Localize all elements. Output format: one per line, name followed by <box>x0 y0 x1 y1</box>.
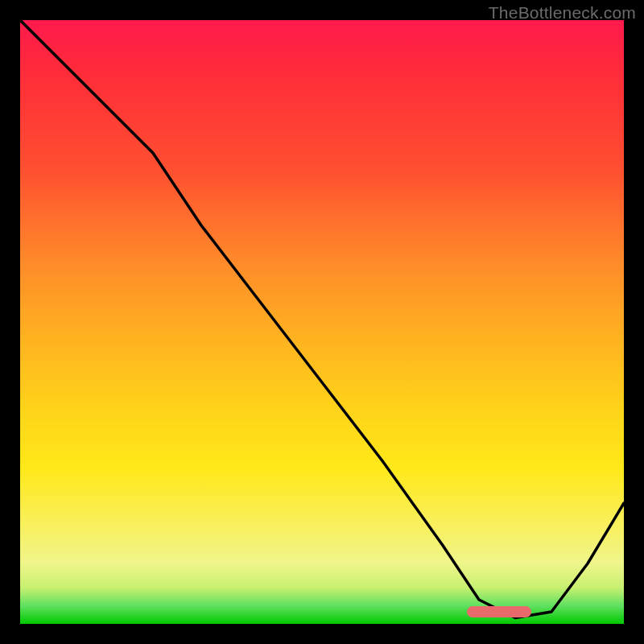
optimal-marker <box>467 606 531 617</box>
curve-path <box>20 20 624 618</box>
chart-frame <box>20 20 624 624</box>
bottleneck-curve <box>20 20 624 624</box>
